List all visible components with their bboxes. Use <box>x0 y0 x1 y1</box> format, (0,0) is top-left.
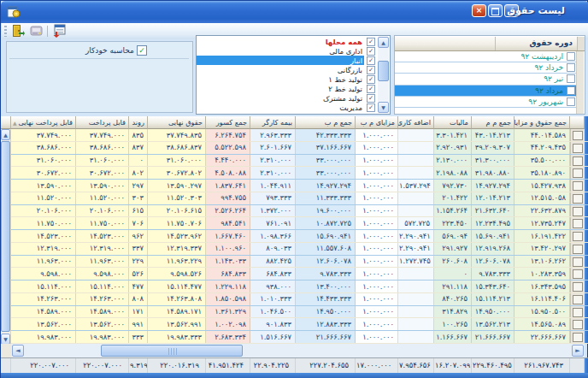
row-indicator[interactable] <box>570 180 585 192</box>
grid-cell[interactable]: ۲۹۱.۹۲۷ <box>434 243 472 255</box>
grid-cell[interactable]: ۱.۸۳۷.۶۴۱ <box>206 180 250 192</box>
table-row[interactable]: ۱۲.۳۱۹.۰۰۰۱۲.۳۱۹.۰۰۰۳۳۷۱۲.۳۱۹.۳۳۷۱.۱۰۰.۹… <box>1 243 588 256</box>
grid-cell[interactable]: ۱.۰۰۰.۰۰۰ <box>356 281 398 292</box>
grid-cell[interactable]: ۱۴.۵۲۳.۰۰۰ <box>76 230 129 242</box>
grid-cell[interactable]: ۱.۰۰۰.۰۰۰ <box>356 318 398 330</box>
row-indicator[interactable] <box>570 142 585 154</box>
grid-cell[interactable]: ۹.۵۹۸.۵۲۶ <box>148 268 206 280</box>
location-checkbox[interactable]: ✓ <box>367 94 375 103</box>
grid-cell[interactable] <box>398 281 434 292</box>
grid-cell[interactable]: ۶۱۵ <box>129 205 148 217</box>
grid-vertical-scrollbar[interactable]: ▲ ▼ <box>1 129 11 345</box>
grid-cell[interactable]: ۹۳۸.۰۰۰ <box>250 281 296 292</box>
grid-cell[interactable]: ۱.۰۰۰.۰۰۰ <box>356 167 398 179</box>
grid-cell[interactable]: ۳۷.۷۴۹.۸۳۵ <box>148 129 206 141</box>
grid-cell[interactable]: ۱۹.۹۸۳.۳۳۳ <box>148 331 206 343</box>
column-header[interactable]: بیمه کارگر <box>250 116 296 129</box>
grid-cell[interactable]: ۱۴.۵۸۹.۱۷۱ <box>148 306 206 318</box>
scrollbar-thumb[interactable] <box>1 141 10 332</box>
grid-cell[interactable]: ۱۱.۳۳۳.۳۳۳ <box>296 192 356 204</box>
grid-cell[interactable]: ۱۵.۶۹۰.۹۴۱ <box>296 230 356 242</box>
grid-cell[interactable] <box>398 318 434 330</box>
auto-calc-checkbox[interactable]: محاسبه خودکار ✓ <box>85 44 147 56</box>
grid-cell[interactable]: ۱۵.۱۱۴.۴۷۷ <box>148 281 206 292</box>
grid-cell[interactable]: ۶.۲۶۴.۷۵۴ <box>206 129 250 141</box>
row-indicator[interactable] <box>570 268 585 280</box>
location-checkbox[interactable]: ✓ <box>367 47 375 56</box>
grid-cell[interactable]: ۳۱.۰۶۰.۰۰۰ <box>76 155 129 167</box>
location-item[interactable]: بازرگانی✓ <box>197 65 378 74</box>
grid-cell[interactable]: ۱.۱۰۰.۹۶۰ <box>206 243 250 255</box>
grid-cell[interactable]: ۱۲.۰۱۴.۲۱۳ <box>472 192 514 204</box>
grid-cell[interactable]: ۳۳۳ <box>129 331 148 343</box>
table-row[interactable]: ۳۸.۶۸۶.۰۰۰۳۸.۶۸۶.۰۰۰۸۳۷۳۸.۶۸۶.۸۳۷۵.۵۲۲.۵… <box>1 142 588 155</box>
table-row[interactable]: ۱۹.۹۸۳.۰۰۰۱۹.۹۸۳.۰۰۰۳۳۳۱۹.۹۸۳.۳۳۳۲.۶۸۳.۳… <box>1 331 588 344</box>
locations-scrollbar[interactable]: ▲ ▼ <box>378 37 389 113</box>
table-row[interactable]: ۳۱.۰۶۰.۰۰۰۳۱.۰۶۰.۰۰۰۰۳۱.۰۶۰.۰۰۰۴.۴۴۰.۰۰۰… <box>1 155 588 168</box>
grid-cell[interactable]: ۳۱.۰۶۰.۰۰۰ <box>11 155 76 167</box>
grid-cell[interactable]: ۴.۵۰۸.۰۸۸ <box>206 167 250 179</box>
location-item[interactable]: تولید خط ۲✓ <box>197 84 378 93</box>
grid-cell[interactable]: ۱۲.۶۰۶.۰۷۸ <box>296 256 356 268</box>
grid-cell[interactable]: ۲۱.۶۶۶.۶۶۷ <box>296 331 356 343</box>
table-row[interactable]: ۱۱.۹۶۳.۰۰۰۱۱.۹۶۳.۰۰۰۲۲۹۱۱.۹۶۳.۲۲۹۱.۱۴۳.۰… <box>1 256 588 269</box>
grid-cell[interactable]: ۱.۰۰۰.۰۰۰ <box>356 217 398 229</box>
grid-cell[interactable]: ۲.۲۹۰.۹۴۱ <box>398 243 434 255</box>
grid-cell[interactable]: ۱۵.۱۱۴.۰۰۰ <box>11 281 76 292</box>
grid-cell[interactable]: ۱.۰۰۰.۰۰۰ <box>356 129 398 141</box>
column-header[interactable]: حقوق نهایی <box>148 116 206 129</box>
grid-cell[interactable]: ۳۸.۶۸۶.۰۰۰ <box>11 142 76 154</box>
grid-cell[interactable]: ۱۱.۷۵۰.۰۰۰ <box>11 217 76 229</box>
grid-cell[interactable]: ۳۳.۰۰۰.۰۰۰ <box>296 167 356 179</box>
grid-cell[interactable]: ۳۰.۶۷۲.۸۰۲ <box>148 167 206 179</box>
grid-cell[interactable]: ۱۵.۳۴۳.۶۴۰ <box>472 281 514 292</box>
grid-cell[interactable]: ۳۹.۲۰۹.۳۰۷ <box>472 142 514 154</box>
grid-cell[interactable]: ۲.۱۹۸.۰۸۸ <box>434 167 472 179</box>
grid-cell[interactable]: ۹.۷۸۳.۳۳۳ <box>296 268 356 280</box>
grid-cell[interactable]: ۱.۰۰۰.۰۰۰ <box>356 180 398 192</box>
grid-cell[interactable] <box>398 129 434 141</box>
grid-cell[interactable]: ۸۳۵ <box>129 129 148 141</box>
grid-cell[interactable]: ۱۲.۳۱۹.۰۰۰ <box>11 243 76 255</box>
grid-cell[interactable]: ۱.۰۰۰.۰۰۰ <box>356 306 398 318</box>
grid-cell[interactable]: ۱.۳۶۱.۳۲۹ <box>206 306 250 318</box>
grid-cell[interactable]: ۱۱.۹۶۳.۰۰۰ <box>11 256 76 268</box>
row-indicator[interactable] <box>570 293 585 305</box>
grid-cell[interactable]: ۱.۰۰۰.۰۰۰ <box>356 331 398 343</box>
grid-cell[interactable]: ۱.۵۳۷.۲۹۴ <box>398 180 434 192</box>
title-bar[interactable]: × لیست حقوق <box>1 1 588 23</box>
locations-listbox[interactable]: همه محلها✓اداری مالی✓انبار✓بازرگانی✓تولی… <box>196 35 391 115</box>
grid-cell[interactable]: ۲.۹۲۰.۹۳۱ <box>434 142 472 154</box>
grid-cell[interactable]: ۱۵.۱۱۴.۰۰۰ <box>76 281 129 292</box>
grid-cell[interactable]: ۲.۲۹۰.۹۴۱ <box>398 230 434 242</box>
row-indicator[interactable] <box>570 256 585 268</box>
grid-cell[interactable]: ۶۸۴.۸۳۳ <box>250 268 296 280</box>
grid-cell[interactable]: ۱۲.۵۱۵.۰۵۸ <box>514 192 570 204</box>
grid-cell[interactable]: ۱۱.۵۲۰.۰۰۰ <box>76 192 129 204</box>
grid-cell[interactable]: ۱۳.۱۰۶.۲۶۲ <box>514 256 570 268</box>
scroll-right-button[interactable]: ► <box>572 345 584 357</box>
grid-cell[interactable]: ۵۶۹.۰۹۴ <box>434 230 472 242</box>
scroll-up-button[interactable]: ▲ <box>1 129 10 140</box>
location-item[interactable]: تولید خط ۱✓ <box>197 74 378 84</box>
grid-cell[interactable]: ۷۰۶ <box>129 217 148 229</box>
grid-cell[interactable]: ۲.۵۲۶.۲۶۴ <box>206 205 250 217</box>
location-item[interactable]: مدیریت✓ <box>197 103 378 113</box>
grid-cell[interactable]: ۲.۹۶۳.۳۳۳ <box>250 129 296 141</box>
grid-cell[interactable]: ۱۲.۲۳۴.۴۹۵ <box>472 217 514 229</box>
grid-cell[interactable]: ۱.۰۰۰.۰۰۰ <box>356 155 398 167</box>
grid-cell[interactable]: ۳۰۳ <box>129 192 148 204</box>
grid-cell[interactable]: ۹.۷۸۳.۳۳۳ <box>472 268 514 280</box>
grid-cell[interactable]: ۱.۰۰۰.۰۰۰ <box>356 192 398 204</box>
grid-cell[interactable]: ۱.۰۴۶.۵۰۰ <box>250 306 296 318</box>
grid-cell[interactable]: ۱۵.۶۹۰.۹۴۱ <box>472 230 514 242</box>
grid-cell[interactable]: ۱۴.۵۸۹.۰۰۰ <box>11 306 76 318</box>
table-row[interactable]: ۱۴.۲۶۳.۰۰۰۱۴.۲۶۳.۰۰۰۸۰۸۱۴.۲۶۳.۸۰۸۱.۸۵۰.۵… <box>1 293 588 306</box>
grid-cell[interactable]: ۸۰۸ <box>129 293 148 305</box>
grid-cell[interactable]: ۵۷۲.۷۲۵ <box>398 217 434 229</box>
grid-cell[interactable]: ۱۱.۹۶۳.۰۰۰ <box>76 256 129 268</box>
column-header[interactable]: جمع کسور <box>206 116 250 129</box>
salary-grid[interactable]: ۳۷.۷۴۹.۰۰۰۳۷.۷۴۹.۰۰۰۸۳۵۳۷.۷۴۹.۸۳۵۶.۲۶۴.۷… <box>1 129 588 344</box>
grid-cell[interactable]: ۸۰۲ <box>129 167 148 179</box>
grid-cell[interactable]: ۲۲۳.۴۵۰ <box>434 217 472 229</box>
